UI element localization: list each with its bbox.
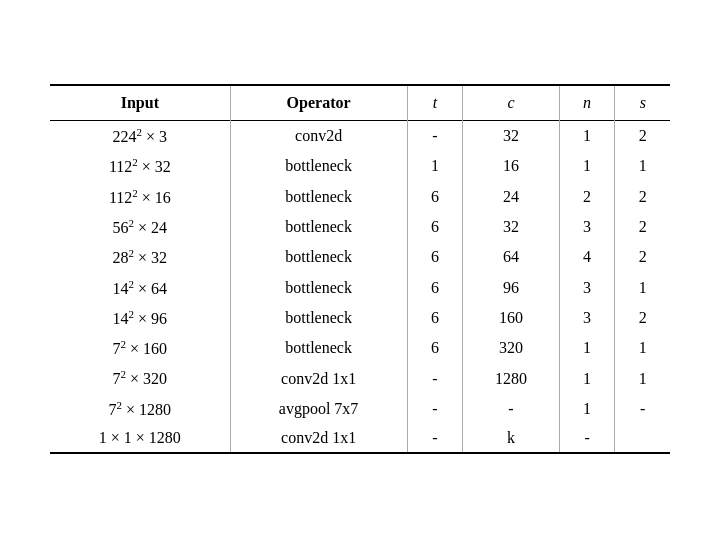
cell-input: 142 × 96	[50, 303, 230, 333]
cell-n: -	[559, 424, 615, 453]
table-row: 142 × 96bottleneck616032	[50, 303, 670, 333]
header-n: n	[559, 85, 615, 121]
header-operator: Operator	[230, 85, 407, 121]
cell-n: 1	[559, 120, 615, 151]
table-row: 72 × 1280avgpool 7x7--1-	[50, 394, 670, 424]
cell-operator: bottleneck	[230, 273, 407, 303]
cell-t: -	[407, 424, 463, 453]
table-row: 1122 × 32bottleneck11611	[50, 151, 670, 181]
table-container: Input Operator t c n s 2242 × 3conv2d-32…	[50, 84, 670, 454]
header-c: c	[463, 85, 559, 121]
cell-s: 1	[615, 333, 670, 363]
cell-t: 6	[407, 182, 463, 212]
table-row: 72 × 320conv2d 1x1-128011	[50, 363, 670, 393]
table-row: 1 × 1 × 1280conv2d 1x1-k-	[50, 424, 670, 453]
cell-c: 16	[463, 151, 559, 181]
table-row: 282 × 32bottleneck66442	[50, 242, 670, 272]
cell-n: 1	[559, 363, 615, 393]
cell-c: -	[463, 394, 559, 424]
cell-n: 4	[559, 242, 615, 272]
cell-input: 142 × 64	[50, 273, 230, 303]
cell-input: 562 × 24	[50, 212, 230, 242]
cell-s: 2	[615, 120, 670, 151]
cell-s: 2	[615, 182, 670, 212]
cell-c: 320	[463, 333, 559, 363]
cell-n: 3	[559, 273, 615, 303]
cell-input: 2242 × 3	[50, 120, 230, 151]
cell-input: 1 × 1 × 1280	[50, 424, 230, 453]
table-row: 1122 × 16bottleneck62422	[50, 182, 670, 212]
cell-input: 282 × 32	[50, 242, 230, 272]
cell-t: 1	[407, 151, 463, 181]
cell-operator: conv2d 1x1	[230, 363, 407, 393]
cell-operator: conv2d 1x1	[230, 424, 407, 453]
cell-c: 64	[463, 242, 559, 272]
cell-operator: conv2d	[230, 120, 407, 151]
cell-t: 6	[407, 212, 463, 242]
cell-t: 6	[407, 303, 463, 333]
cell-s	[615, 424, 670, 453]
header-t: t	[407, 85, 463, 121]
cell-n: 1	[559, 394, 615, 424]
table-row: 2242 × 3conv2d-3212	[50, 120, 670, 151]
cell-s: -	[615, 394, 670, 424]
cell-c: 24	[463, 182, 559, 212]
cell-t: 6	[407, 273, 463, 303]
cell-t: -	[407, 394, 463, 424]
cell-input: 72 × 1280	[50, 394, 230, 424]
cell-s: 2	[615, 242, 670, 272]
cell-c: 96	[463, 273, 559, 303]
cell-n: 1	[559, 333, 615, 363]
cell-t: 6	[407, 333, 463, 363]
cell-t: 6	[407, 242, 463, 272]
cell-c: 32	[463, 212, 559, 242]
cell-c: 32	[463, 120, 559, 151]
cell-operator: bottleneck	[230, 333, 407, 363]
table-row: 142 × 64bottleneck69631	[50, 273, 670, 303]
cell-operator: bottleneck	[230, 212, 407, 242]
architecture-table: Input Operator t c n s 2242 × 3conv2d-32…	[50, 84, 670, 454]
cell-n: 3	[559, 303, 615, 333]
cell-s: 1	[615, 273, 670, 303]
cell-c: 160	[463, 303, 559, 333]
cell-operator: bottleneck	[230, 182, 407, 212]
table-row: 72 × 160bottleneck632011	[50, 333, 670, 363]
header-s: s	[615, 85, 670, 121]
cell-s: 2	[615, 303, 670, 333]
cell-operator: bottleneck	[230, 303, 407, 333]
table-row: 562 × 24bottleneck63232	[50, 212, 670, 242]
cell-input: 72 × 320	[50, 363, 230, 393]
cell-n: 1	[559, 151, 615, 181]
cell-n: 3	[559, 212, 615, 242]
cell-input: 1122 × 16	[50, 182, 230, 212]
header-input: Input	[50, 85, 230, 121]
cell-t: -	[407, 363, 463, 393]
cell-input: 72 × 160	[50, 333, 230, 363]
cell-operator: avgpool 7x7	[230, 394, 407, 424]
cell-input: 1122 × 32	[50, 151, 230, 181]
cell-c: k	[463, 424, 559, 453]
cell-t: -	[407, 120, 463, 151]
cell-n: 2	[559, 182, 615, 212]
cell-s: 1	[615, 151, 670, 181]
cell-s: 2	[615, 212, 670, 242]
table-header-row: Input Operator t c n s	[50, 85, 670, 121]
cell-s: 1	[615, 363, 670, 393]
cell-operator: bottleneck	[230, 242, 407, 272]
cell-c: 1280	[463, 363, 559, 393]
cell-operator: bottleneck	[230, 151, 407, 181]
